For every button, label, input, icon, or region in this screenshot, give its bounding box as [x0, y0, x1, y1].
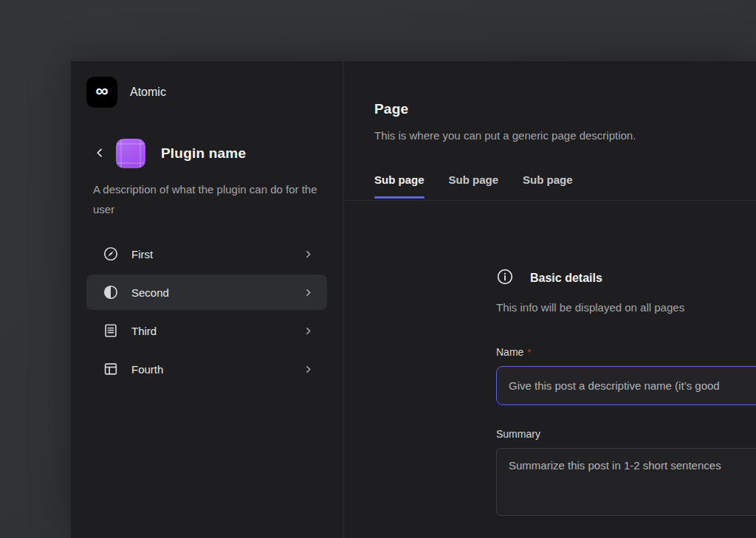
- infinity-icon: ∞: [95, 82, 108, 100]
- tabs-divider: [343, 200, 756, 201]
- sidebar-nav: First Second: [86, 236, 327, 387]
- tab-sub-page-2[interactable]: Sub page: [449, 173, 499, 199]
- document-icon: [103, 323, 119, 339]
- chevron-right-icon: [303, 249, 313, 259]
- summary-textarea[interactable]: [496, 448, 756, 516]
- atomic-logo: ∞: [86, 77, 117, 108]
- back-button[interactable]: [93, 147, 106, 160]
- sidebar-item-third[interactable]: Third: [86, 313, 327, 348]
- plugin-name: Plugin name: [161, 145, 246, 162]
- chevron-right-icon: [303, 326, 313, 336]
- plugin-window: ∞ Atomic: [71, 61, 756, 538]
- sidebar-item-label: First: [131, 248, 153, 261]
- brand: ∞ Atomic: [86, 77, 327, 108]
- plugin-header: Plugin name: [86, 139, 327, 168]
- main-content: Page This is where you can put a generic…: [343, 61, 756, 538]
- sub-page-tabs: Sub page Sub page Sub page: [374, 173, 756, 199]
- basic-details-form: Basic details This info will be displaye…: [496, 268, 756, 519]
- plugin-icon: [116, 139, 145, 168]
- sidebar-item-label: Fourth: [131, 363, 163, 376]
- layout-icon: [103, 361, 119, 377]
- summary-field-group: Summary: [496, 428, 756, 519]
- section-subtitle: This info will be displayed on all pages: [496, 301, 756, 314]
- chevron-left-icon: [94, 147, 106, 161]
- page-header: Page This is where you can put a generic…: [343, 61, 756, 199]
- required-marker: *: [527, 347, 531, 358]
- sidebar-item-second[interactable]: Second: [86, 275, 327, 310]
- compass-icon: [103, 246, 119, 262]
- sidebar-item-label: Second: [131, 286, 169, 299]
- name-field-group: Name*: [496, 346, 756, 405]
- desktop-background: ∞ Atomic: [0, 0, 756, 538]
- page-title: Page: [374, 101, 756, 117]
- tab-sub-page-3[interactable]: Sub page: [523, 173, 573, 199]
- sidebar-item-label: Third: [131, 325, 157, 337]
- sidebar-item-first[interactable]: First: [86, 236, 327, 272]
- sidebar-item-fourth[interactable]: Fourth: [86, 351, 327, 387]
- chevron-right-icon: [303, 365, 313, 374]
- section-header: Basic details: [496, 268, 756, 289]
- section-title: Basic details: [530, 272, 602, 285]
- brand-name: Atomic: [130, 86, 166, 99]
- summary-label: Summary: [496, 428, 756, 440]
- info-icon: [496, 268, 514, 289]
- name-input[interactable]: [496, 366, 756, 405]
- contrast-icon: [103, 284, 119, 300]
- chevron-right-icon: [303, 288, 313, 297]
- tab-sub-page-1[interactable]: Sub page: [374, 173, 425, 199]
- name-label: Name*: [496, 346, 756, 358]
- name-label-text: Name: [496, 346, 523, 358]
- page-description: This is where you can put a generic page…: [374, 129, 756, 142]
- plugin-description: A description of what the plugin can do …: [93, 179, 323, 219]
- sidebar: ∞ Atomic: [71, 61, 343, 538]
